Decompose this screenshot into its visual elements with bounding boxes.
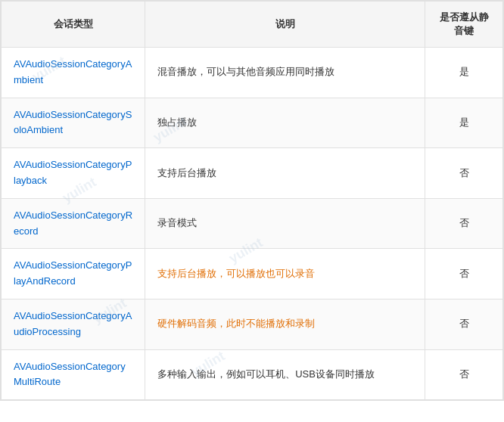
main-table-container: yulint yulint yulint yulint yulint yulin… [0,0,504,401]
cell-mute: 否 [425,299,503,349]
cell-type: AVAudioSessionCategoryPlayback [2,148,145,199]
table-row: AVAudioSessionCategoryRecord录音模式否 [2,198,503,249]
cell-type: AVAudioSessionCategoryAmbient [2,48,145,98]
cell-type: AVAudioSessionCategorySoloAmbient [2,98,145,148]
cell-mute: 否 [425,198,503,249]
cell-type: AVAudioSessionCategoryMultiRoute [2,349,145,400]
cell-mute: 否 [425,249,503,299]
header-description: 说明 [145,2,425,48]
data-table: 会话类型 说明 是否遵从静音键 AVAudioSessionCategoryAm… [1,1,503,400]
cell-description: 多种输入输出，例如可以耳机、USB设备同时播放 [145,349,425,400]
cell-mute: 是 [425,48,503,98]
table-row: AVAudioSessionCategoryMultiRoute多种输入输出，例… [2,349,503,400]
cell-type: AVAudioSessionCategoryPlayAndRecord [2,249,145,299]
cell-description: 支持后台播放 [145,148,425,199]
header-type: 会话类型 [2,2,145,48]
header-mute: 是否遵从静音键 [425,2,503,48]
table-row: AVAudioSessionCategoryAmbient混音播放，可以与其他音… [2,48,503,98]
cell-description: 硬件解码音频，此时不能播放和录制 [145,299,425,349]
table-row: AVAudioSessionCategoryAudioProcessing硬件解… [2,299,503,349]
cell-mute: 是 [425,98,503,148]
table-row: AVAudioSessionCategorySoloAmbient独占播放是 [2,98,503,148]
cell-description: 支持后台播放，可以播放也可以录音 [145,249,425,299]
cell-description: 独占播放 [145,98,425,148]
cell-mute: 否 [425,148,503,199]
cell-description: 混音播放，可以与其他音频应用同时播放 [145,48,425,98]
table-header-row: 会话类型 说明 是否遵从静音键 [2,2,503,48]
table-row: AVAudioSessionCategoryPlayback支持后台播放否 [2,148,503,199]
cell-description: 录音模式 [145,198,425,249]
table-row: AVAudioSessionCategoryPlayAndRecord支持后台播… [2,249,503,299]
cell-mute: 否 [425,349,503,400]
cell-type: AVAudioSessionCategoryAudioProcessing [2,299,145,349]
cell-type: AVAudioSessionCategoryRecord [2,198,145,249]
